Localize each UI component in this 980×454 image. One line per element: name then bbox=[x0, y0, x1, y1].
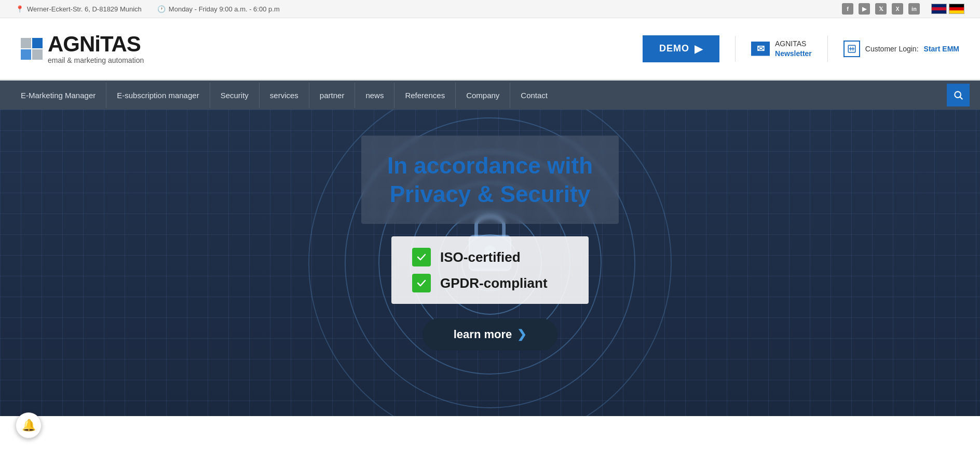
language-flags bbox=[931, 4, 964, 14]
newsletter-text: AGNITAS Newsletter bbox=[775, 39, 812, 58]
learn-more-button[interactable]: learn more ❯ bbox=[423, 318, 558, 351]
top-bar-left: 📍 Werner-Eckert-Str. 6, D-81829 Munich 🕐… bbox=[16, 5, 280, 13]
badge-row-gpdr: GPDR-compliant bbox=[412, 274, 568, 292]
hero-content: In accordance with Privacy & Security IS… bbox=[0, 110, 980, 416]
hero-heading-line1: In accordance with bbox=[387, 153, 593, 178]
badge-row-iso: ISO-certified bbox=[412, 248, 568, 266]
nav-item-partner[interactable]: partner bbox=[309, 83, 356, 108]
location-icon: 📍 bbox=[16, 5, 24, 13]
linkedin-icon[interactable]: in bbox=[908, 3, 920, 15]
logo-area: AGNiTAS email & marketing automation bbox=[21, 33, 144, 64]
youtube-icon[interactable]: ▶ bbox=[859, 3, 870, 15]
svg-rect-1 bbox=[32, 38, 43, 48]
login-icon bbox=[843, 41, 860, 57]
flag-uk[interactable] bbox=[931, 4, 947, 14]
header-actions: DEMO ▶ ✉ AGNITAS Newsletter Customer Log… bbox=[643, 35, 959, 62]
nav-items: E-Marketing Manager E-subscription manag… bbox=[10, 83, 947, 108]
svg-point-5 bbox=[955, 91, 961, 98]
cta-arrow-icon: ❯ bbox=[517, 328, 526, 341]
top-bar: 📍 Werner-Eckert-Str. 6, D-81829 Munich 🕐… bbox=[0, 0, 980, 18]
logo-text: AGNiTAS bbox=[48, 33, 144, 55]
newsletter-line1: AGNITAS bbox=[775, 39, 812, 48]
cta-label: learn more bbox=[454, 328, 512, 341]
logo-text-area: AGNiTAS email & marketing automation bbox=[48, 33, 144, 64]
svg-rect-2 bbox=[21, 49, 31, 60]
nav-item-company[interactable]: Company bbox=[456, 83, 510, 108]
hero-heading: In accordance with Privacy & Security bbox=[387, 151, 593, 208]
check-icon-1 bbox=[412, 248, 431, 266]
nav-item-security[interactable]: Security bbox=[210, 83, 260, 108]
header-divider-2 bbox=[827, 36, 828, 62]
customer-login-text: Customer Login: bbox=[865, 45, 919, 53]
logo-tagline: email & marketing automation bbox=[48, 56, 144, 64]
hero-section: In accordance with Privacy & Security IS… bbox=[0, 110, 980, 416]
address-info: 📍 Werner-Eckert-Str. 6, D-81829 Munich bbox=[16, 5, 142, 13]
hours-text: Monday - Friday 9:00 a.m. - 6:00 p.m bbox=[169, 5, 280, 13]
customer-login: Customer Login: Start EMM bbox=[843, 41, 959, 57]
demo-button[interactable]: DEMO ▶ bbox=[643, 35, 719, 62]
hero-headline: In accordance with Privacy & Security bbox=[361, 136, 619, 224]
header-divider bbox=[735, 36, 736, 62]
nav-bar: E-Marketing Manager E-subscription manag… bbox=[0, 81, 980, 110]
hero-badges: ISO-certified GPDR-compliant bbox=[391, 236, 589, 304]
nav-item-contact[interactable]: Contact bbox=[510, 83, 558, 108]
logo-wrapper: AGNiTAS email & marketing automation bbox=[21, 33, 144, 64]
nav-item-news[interactable]: news bbox=[355, 83, 394, 108]
search-button[interactable] bbox=[947, 84, 970, 106]
svg-rect-3 bbox=[32, 49, 43, 60]
badge-iso-text: ISO-certified bbox=[440, 249, 521, 265]
top-bar-right: f ▶ 𝕏 X in bbox=[842, 3, 964, 15]
address-text: Werner-Eckert-Str. 6, D-81829 Munich bbox=[27, 5, 142, 13]
header: AGNiTAS email & marketing automation DEM… bbox=[0, 18, 980, 81]
nav-item-emarketing[interactable]: E-Marketing Manager bbox=[10, 83, 106, 108]
newsletter-link[interactable]: ✉ AGNITAS Newsletter bbox=[751, 39, 812, 58]
xing-icon[interactable]: X bbox=[892, 3, 903, 15]
nav-item-esubscription[interactable]: E-subscription manager bbox=[106, 83, 210, 108]
svg-line-6 bbox=[960, 97, 963, 100]
nav-item-references[interactable]: References bbox=[394, 83, 456, 108]
nav-item-services[interactable]: services bbox=[260, 83, 309, 108]
start-emm-link[interactable]: Start EMM bbox=[924, 45, 959, 53]
badge-gpdr-text: GPDR-compliant bbox=[440, 275, 548, 291]
check-icon-2 bbox=[412, 274, 431, 292]
newsletter-line2: Newsletter bbox=[775, 49, 812, 58]
social-icons: f ▶ 𝕏 X in bbox=[842, 3, 920, 15]
flag-de[interactable] bbox=[949, 4, 964, 14]
logo-brand: AGNiTAS bbox=[48, 32, 141, 56]
svg-rect-0 bbox=[21, 38, 31, 48]
twitter-icon[interactable]: 𝕏 bbox=[875, 3, 887, 15]
hero-heading-line2: Privacy & Security bbox=[390, 181, 590, 207]
hours-info: 🕐 Monday - Friday 9:00 a.m. - 6:00 p.m bbox=[157, 5, 280, 13]
clock-icon: 🕐 bbox=[157, 5, 166, 13]
logo-icon bbox=[21, 38, 43, 60]
mail-icon: ✉ bbox=[751, 42, 770, 56]
demo-arrow-icon: ▶ bbox=[695, 43, 703, 55]
demo-label: DEMO bbox=[659, 43, 689, 54]
facebook-icon[interactable]: f bbox=[842, 3, 853, 15]
